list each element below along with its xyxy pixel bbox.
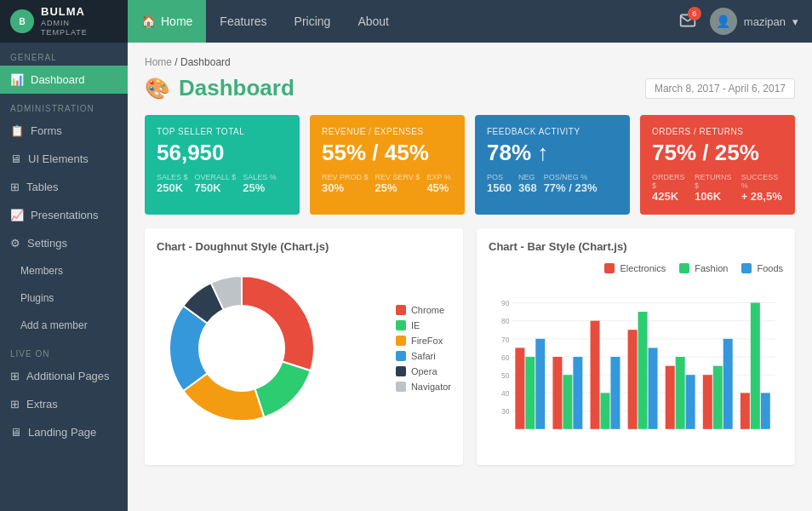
brand-subtitle: ADMIN TEMPLATE	[41, 19, 117, 37]
sidebar-item-ui-elements[interactable]: 🖥 UI Elements	[0, 145, 128, 173]
sidebar: GENERAL 📊 Dashboard ADMINISTRATION 📋 For…	[0, 43, 128, 511]
donut-chart-title: Chart - Doughnut Style (Chart.js)	[157, 240, 451, 253]
svg-rect-26	[666, 366, 675, 429]
charts-row: Chart - Doughnut Style (Chart.js) Chrome…	[145, 228, 795, 465]
stat-label-1: REVENUE / EXPENSES	[322, 127, 453, 136]
legend-fashion: Fashion	[679, 263, 728, 273]
sidebar-item-tables[interactable]: ⊞ Tables	[0, 173, 128, 201]
user-menu[interactable]: 👤 mazipan ▾	[710, 8, 798, 35]
svg-rect-24	[638, 312, 648, 429]
svg-rect-33	[751, 302, 760, 428]
nav-right: 6 👤 mazipan ▾	[679, 8, 812, 35]
main-content: Home / Dashboard 🎨 Dashboard March 8, 20…	[128, 43, 812, 511]
stat-sub-row-1: REV PROD $ 30% REV SERV $ 25% EXP % 45%	[322, 173, 453, 194]
svg-text:70: 70	[501, 336, 510, 344]
sidebar-item-dashboard[interactable]: 📊 Dashboard	[0, 66, 128, 94]
donut-wrapper: Chrome IE FireFox Safari	[157, 263, 451, 433]
legend-firefox: FireFox	[396, 336, 451, 346]
nav-link-pricing[interactable]: Pricing	[281, 0, 345, 43]
legend-dot-ie	[396, 320, 406, 330]
legend-dot-safari	[396, 351, 406, 361]
sidebar-item-extras[interactable]: ⊞ Extras	[0, 390, 128, 418]
donut-chart-card: Chart - Doughnut Style (Chart.js) Chrome…	[145, 228, 463, 465]
svg-rect-17	[552, 357, 562, 429]
landing-icon: 🖥	[10, 426, 21, 439]
stat-card-revenue: REVENUE / EXPENSES 55% / 45% REV PROD $ …	[310, 115, 465, 215]
legend-dot-firefox	[396, 336, 406, 346]
svg-rect-22	[610, 357, 620, 429]
legend-dot-fashion	[679, 263, 689, 273]
svg-rect-15	[525, 357, 535, 429]
extras-icon: ⊞	[10, 398, 20, 411]
stat-sub-row-0: SALES $ 250K OVERALL $ 750K SALES % 25%	[157, 173, 288, 194]
legend-foods: Foods	[741, 263, 783, 273]
sidebar-item-landing-page[interactable]: 🖥 Landing Page	[0, 418, 128, 446]
home-icon: 🏠	[141, 14, 156, 28]
svg-rect-14	[515, 347, 524, 428]
ui-icon: 🖥	[10, 152, 21, 165]
sidebar-section-admin: ADMINISTRATION	[0, 94, 128, 117]
sidebar-item-members[interactable]: Members	[0, 257, 128, 284]
svg-rect-27	[676, 357, 685, 429]
svg-rect-25	[649, 347, 658, 428]
stat-card-feedback: FEEDBACK ACTIVITY 78% ↑ POS 1560 NEG 368…	[475, 115, 630, 215]
legend-dot-opera	[396, 366, 406, 376]
sidebar-item-forms[interactable]: 📋 Forms	[0, 117, 128, 145]
stat-card-orders: ORDERS / RETURNS 75% / 25% ORDERS $ 425K…	[640, 115, 795, 215]
stat-label-3: ORDERS / RETURNS	[652, 127, 783, 136]
svg-text:50: 50	[501, 371, 510, 380]
nav-links: 🏠 Home Features Pricing About	[128, 0, 403, 43]
chevron-down-icon: ▾	[792, 15, 798, 28]
svg-rect-18	[563, 375, 572, 429]
legend-chrome: Chrome	[396, 305, 451, 315]
additional-pages-icon: ⊞	[10, 370, 20, 382]
donut-chart-svg	[157, 263, 327, 433]
legend-opera: Opera	[396, 366, 451, 376]
bar-chart-svg: 30405060708090	[489, 280, 783, 451]
svg-rect-29	[703, 375, 712, 429]
stat-label-0: TOP SELLER TOTAL	[157, 127, 288, 136]
nav-link-home[interactable]: 🏠 Home	[128, 0, 206, 43]
svg-rect-34	[761, 393, 770, 428]
svg-rect-16	[535, 339, 545, 429]
sidebar-item-add-member[interactable]: Add a member	[0, 312, 128, 339]
bar-chart-title: Chart - Bar Style (Chart.js)	[489, 240, 783, 253]
stat-card-top-seller: TOP SELLER TOTAL 56,950 SALES $ 250K OVE…	[145, 115, 300, 215]
settings-icon: ⚙	[10, 237, 20, 250]
svg-text:90: 90	[501, 299, 510, 307]
brand-logo[interactable]: B BULMA ADMIN TEMPLATE	[0, 0, 128, 43]
username: mazipan	[744, 15, 786, 28]
notification-badge: 6	[688, 7, 701, 20]
notification-button[interactable]: 6	[679, 12, 696, 32]
top-navigation: B BULMA ADMIN TEMPLATE 🏠 Home Features P…	[0, 0, 812, 43]
nav-link-features[interactable]: Features	[206, 0, 280, 43]
legend-navigator: Navigator	[396, 382, 451, 392]
svg-text:40: 40	[501, 389, 510, 398]
avatar: 👤	[710, 8, 737, 35]
layout: GENERAL 📊 Dashboard ADMINISTRATION 📋 For…	[0, 43, 812, 511]
legend-dot-chrome	[396, 305, 406, 315]
legend-electronics: Electronics	[604, 263, 666, 273]
breadcrumb-home[interactable]: Home	[145, 56, 172, 68]
donut-legend: Chrome IE FireFox Safari	[396, 305, 451, 392]
date-range[interactable]: March 8, 2017 - April 6, 2017	[645, 78, 795, 99]
bar-chart-card: Chart - Bar Style (Chart.js) Electronics…	[477, 228, 795, 465]
sidebar-item-settings[interactable]: ⚙ Settings	[0, 229, 128, 257]
sidebar-item-plugins[interactable]: Plugins	[0, 284, 128, 312]
sidebar-section-live: LIVE ON	[0, 339, 128, 362]
svg-rect-28	[686, 375, 695, 429]
stat-cards: TOP SELLER TOTAL 56,950 SALES $ 250K OVE…	[145, 115, 795, 215]
svg-text:80: 80	[501, 317, 510, 325]
page-title: 🎨 Dashboard	[145, 75, 294, 101]
stat-value-1: 55% / 45%	[322, 140, 453, 166]
stat-value-2: 78% ↑	[487, 140, 618, 166]
stat-value-0: 56,950	[157, 140, 288, 166]
dashboard-icon: 📊	[10, 73, 24, 86]
sidebar-item-additional-pages[interactable]: ⊞ Additional Pages	[0, 362, 128, 390]
sidebar-item-presentations[interactable]: 📈 Presentations	[0, 201, 128, 229]
breadcrumb: Home / Dashboard	[145, 56, 795, 68]
svg-rect-23	[628, 330, 638, 429]
svg-text:30: 30	[501, 407, 510, 416]
nav-link-about[interactable]: About	[344, 0, 403, 43]
svg-rect-30	[713, 366, 723, 429]
